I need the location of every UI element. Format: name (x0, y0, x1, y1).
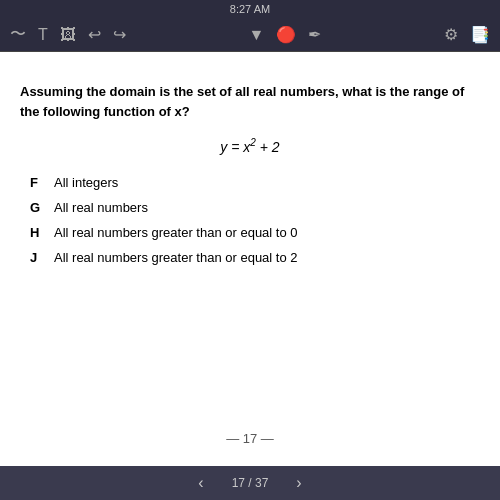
equation-text: y = x2 + 2 (220, 139, 279, 155)
page-number-display: — 17 — (226, 431, 274, 446)
filter-icon[interactable]: ▼ (248, 26, 264, 44)
undo-icon[interactable]: ↩ (88, 25, 101, 44)
page-number-area: — 17 — (20, 411, 480, 446)
pen-icon[interactable]: ✒ (308, 25, 321, 44)
squiggle-icon[interactable]: 〜 (10, 24, 26, 45)
option-f-text: All integers (54, 175, 480, 190)
document-page: Assuming the domain is the set of all re… (0, 52, 500, 466)
option-g-text: All real numbers (54, 200, 480, 215)
time-display: 8:27 AM (230, 3, 270, 15)
settings-icon[interactable]: ⚙ (444, 25, 458, 44)
image-icon[interactable]: 🖼 (60, 26, 76, 44)
option-h-letter: H (30, 225, 54, 240)
option-h[interactable]: H All real numbers greater than or equal… (30, 225, 480, 240)
option-j-letter: J (30, 250, 54, 265)
answer-options: F All integers G All real numbers H All … (20, 175, 480, 265)
content-wrapper: Assuming the domain is the set of all re… (0, 52, 500, 466)
option-j-text: All real numbers greater than or equal t… (54, 250, 480, 265)
option-h-text: All real numbers greater than or equal t… (54, 225, 480, 240)
next-page-button[interactable]: › (288, 472, 309, 494)
equation-display: y = x2 + 2 (20, 137, 480, 155)
toolbar: 〜 T 🖼 ↩ ↪ ▼ 🔴 ✒ ⚙ 📑 (0, 18, 500, 52)
question-text: Assuming the domain is the set of all re… (20, 82, 480, 121)
highlight-icon[interactable]: 🔴 (276, 25, 296, 44)
option-g-letter: G (30, 200, 54, 215)
option-f[interactable]: F All integers (30, 175, 480, 190)
status-bar: 8:27 AM (0, 0, 500, 18)
page-info-display: 17 / 37 (232, 476, 269, 490)
prev-page-button[interactable]: ‹ (190, 472, 211, 494)
option-f-letter: F (30, 175, 54, 190)
text-icon[interactable]: T (38, 26, 48, 44)
option-g[interactable]: G All real numbers (30, 200, 480, 215)
redo-icon[interactable]: ↪ (113, 25, 126, 44)
bookmark-icon[interactable]: 📑 (470, 25, 490, 44)
option-j[interactable]: J All real numbers greater than or equal… (30, 250, 480, 265)
nav-bar: ‹ 17 / 37 › (0, 466, 500, 500)
